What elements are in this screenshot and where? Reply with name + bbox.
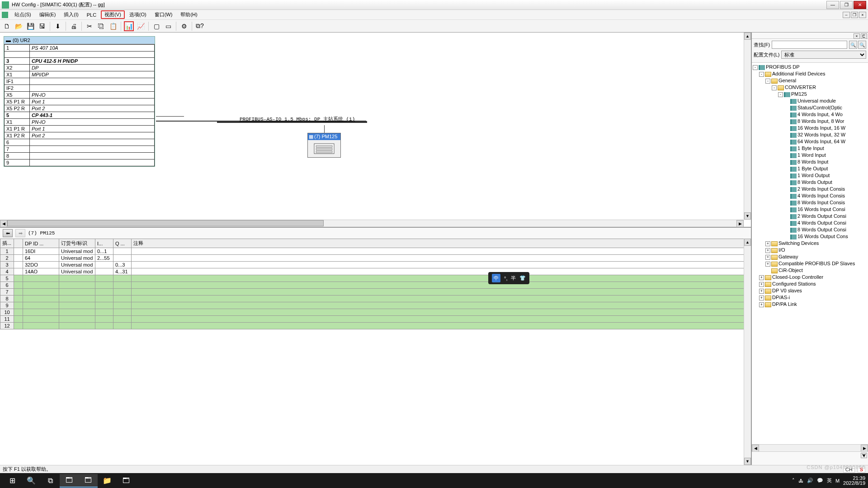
tree-node[interactable]: 8 Words Input Consis bbox=[753, 199, 867, 206]
tree-toggle-icon[interactable]: - bbox=[759, 72, 764, 77]
ime-punct-icon[interactable]: °, bbox=[504, 276, 507, 281]
scroll-left-icon[interactable]: ◀ bbox=[752, 445, 759, 452]
tree-node[interactable]: 1 Word Output bbox=[753, 172, 867, 179]
menu-edit[interactable]: 编辑(E) bbox=[36, 10, 60, 19]
tree-toggle-icon[interactable]: - bbox=[753, 65, 758, 70]
rack-row[interactable]: X5PN-IO bbox=[5, 92, 155, 99]
rack-row[interactable]: IF2 bbox=[5, 85, 155, 92]
tree-node[interactable]: 1 Byte Input bbox=[753, 145, 867, 152]
maximize-button[interactable]: ❐ bbox=[840, 1, 853, 9]
tree-node[interactable]: 16 Words Output Cons bbox=[753, 233, 867, 240]
save-icon[interactable]: 💾 bbox=[25, 21, 35, 31]
tree-node[interactable]: 2 Words Output Consi bbox=[753, 213, 867, 220]
catalog-icon[interactable]: 📊 bbox=[124, 21, 134, 31]
canvas-hscroll[interactable]: ◀ ▶ bbox=[0, 220, 744, 227]
address-icon[interactable]: 📈 bbox=[136, 21, 146, 31]
tree-node[interactable]: +Switching Devices bbox=[753, 240, 867, 247]
consistency-icon[interactable]: ▭ bbox=[163, 21, 173, 31]
tree-node[interactable]: +Compatible PROFIBUS DP Slaves bbox=[753, 260, 867, 267]
catalog-close-button[interactable]: × bbox=[854, 33, 860, 39]
tree-node[interactable]: 4 Words Output Consi bbox=[753, 220, 867, 226]
catalog-tree[interactable]: -PROFIBUS DP-Additional Field Devices-Ge… bbox=[752, 63, 868, 444]
menu-help[interactable]: 帮助(H) bbox=[177, 10, 201, 19]
tree-node[interactable]: -General bbox=[753, 77, 867, 84]
table-header[interactable]: 订货号/标识 bbox=[59, 239, 95, 248]
rack-row[interactable]: 6 bbox=[5, 139, 155, 146]
table-header[interactable]: 注释 bbox=[132, 239, 751, 248]
search-down-button[interactable]: 🔍 bbox=[849, 41, 857, 49]
tree-node[interactable]: 8 Words Output Consi bbox=[753, 226, 867, 233]
profile-select[interactable]: 标准 bbox=[781, 51, 866, 59]
table-row[interactable]: 7 bbox=[0, 289, 751, 296]
tree-node[interactable]: -Additional Field Devices bbox=[753, 70, 867, 77]
paste-icon[interactable]: 📋 bbox=[108, 21, 118, 31]
tree-node[interactable]: +DP V0 slaves bbox=[753, 287, 867, 294]
tray-network-icon[interactable]: 🖧 bbox=[798, 478, 803, 483]
tree-node[interactable]: 8 Words Output bbox=[753, 179, 867, 186]
rack-table[interactable]: 1PS 407 10A3CPU 412-5 H PN/DPX2DPX1MPI/D… bbox=[4, 44, 155, 166]
open-icon[interactable]: 📂 bbox=[14, 21, 24, 31]
tree-node[interactable]: -PROFIBUS DP bbox=[753, 64, 867, 70]
table-row[interactable]: 332DOUniversal mod0...3 bbox=[0, 262, 751, 268]
menu-view[interactable]: 视图(V) bbox=[101, 10, 125, 19]
tray-ime2-icon[interactable]: M bbox=[835, 478, 840, 483]
tray-notif-icon[interactable]: 💬 bbox=[817, 478, 823, 483]
menu-station[interactable]: 站点(S) bbox=[11, 10, 35, 19]
rack-row[interactable]: X5 P1 RPort 1 bbox=[5, 99, 155, 105]
menu-window[interactable]: 窗口(W) bbox=[151, 10, 176, 19]
rack-row[interactable]: 1PS 407 10A bbox=[5, 45, 155, 52]
tree-node[interactable]: 2 Words Input Consis bbox=[753, 186, 867, 192]
tree-node[interactable]: +DP/PA Link bbox=[753, 301, 867, 308]
table-row[interactable]: 9 bbox=[0, 302, 751, 309]
rack-window[interactable]: ▬ (0) UR2 1PS 407 10A3CPU 412-5 H PN/DPX… bbox=[4, 36, 155, 167]
tree-node[interactable]: 1 Byte Output bbox=[753, 165, 867, 172]
tree-node[interactable]: +Gateway bbox=[753, 253, 867, 260]
tray-clock[interactable]: 21:39 2022/8/19 bbox=[843, 476, 865, 486]
tree-node[interactable]: Universal module bbox=[753, 98, 867, 104]
tree-node[interactable]: 32 Words Input, 32 W bbox=[753, 131, 867, 138]
rack-title-bar[interactable]: ▬ (0) UR2 bbox=[4, 37, 155, 44]
menu-options[interactable]: 选项(O) bbox=[126, 10, 150, 19]
tree-node[interactable]: +I/O bbox=[753, 247, 867, 253]
table-row[interactable]: 414AOUniversal mod4...31 bbox=[0, 268, 751, 275]
ime-skin-icon[interactable]: 👕 bbox=[519, 275, 526, 281]
catalog-hscroll[interactable]: ◀ ▶ bbox=[752, 444, 868, 451]
tree-node[interactable]: 4 Words Input, 4 Wo bbox=[753, 111, 867, 118]
mdi-close-button[interactable]: × bbox=[859, 12, 866, 18]
print-icon[interactable]: 🖨 bbox=[69, 21, 79, 31]
table-row[interactable]: 5 bbox=[0, 275, 751, 282]
download-icon[interactable]: ⬇ bbox=[53, 21, 63, 31]
scroll-down-icon[interactable]: ▼ bbox=[744, 212, 751, 220]
table-header[interactable]: 插... bbox=[0, 239, 14, 248]
ime-mode-icon[interactable]: 中 bbox=[492, 274, 500, 282]
taskbar-app2[interactable]: 🗔 bbox=[79, 474, 98, 488]
rack-row[interactable]: X5 P2 RPort 2 bbox=[5, 105, 155, 112]
rack-row[interactable]: IF1 bbox=[5, 78, 155, 85]
cut-icon[interactable]: ✂ bbox=[85, 21, 94, 31]
new-icon[interactable]: 🗋 bbox=[2, 21, 12, 31]
canvas-vscroll[interactable]: ▲ ▼ bbox=[744, 33, 751, 220]
tree-node[interactable]: 4 Words Input Consis bbox=[753, 192, 867, 199]
tree-node[interactable]: +Configured Stations bbox=[753, 281, 867, 287]
table-row[interactable]: 116DIUniversal mod0...1 bbox=[0, 248, 751, 255]
start-button[interactable]: ⊞ bbox=[3, 474, 22, 488]
rack-row[interactable]: 3CPU 412-5 H PN/DP bbox=[5, 58, 155, 65]
tree-node[interactable]: +Closed-Loop Controller bbox=[753, 274, 867, 281]
table-header[interactable]: Q ... bbox=[113, 239, 132, 248]
ime-toolbar[interactable]: 中 中 °, 半 👕 °, 半 👕 bbox=[488, 272, 529, 284]
tray-volume-icon[interactable]: 🔊 bbox=[807, 478, 813, 483]
catalog-info-toggle[interactable]: ⮟ bbox=[861, 453, 867, 458]
tree-toggle-icon[interactable]: + bbox=[765, 262, 770, 267]
scroll-right-icon[interactable]: ▶ bbox=[861, 445, 868, 452]
tree-node[interactable]: 16 Words Input Consi bbox=[753, 206, 867, 213]
tree-toggle-icon[interactable]: + bbox=[759, 302, 764, 307]
rack-row[interactable]: X1MPI/DP bbox=[5, 71, 155, 78]
taskbar-app3[interactable]: 🗔 bbox=[117, 474, 136, 488]
tree-toggle-icon[interactable]: + bbox=[759, 296, 764, 300]
system-tray[interactable]: ˄ 🖧 🔊 💬 英 M 21:39 2022/8/19 bbox=[792, 476, 865, 486]
search-input[interactable] bbox=[772, 41, 847, 49]
scroll-up-icon[interactable]: ▲ bbox=[744, 239, 751, 246]
tree-node[interactable]: -CONVERTER bbox=[753, 84, 867, 91]
rack-row[interactable]: X1PN-IO bbox=[5, 119, 155, 126]
search-button[interactable]: 🔍 bbox=[22, 474, 41, 488]
